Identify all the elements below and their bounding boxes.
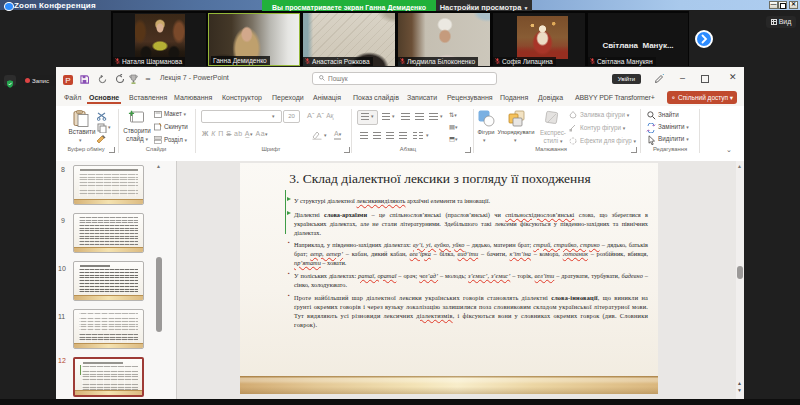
svg-text:P: P — [65, 76, 70, 85]
